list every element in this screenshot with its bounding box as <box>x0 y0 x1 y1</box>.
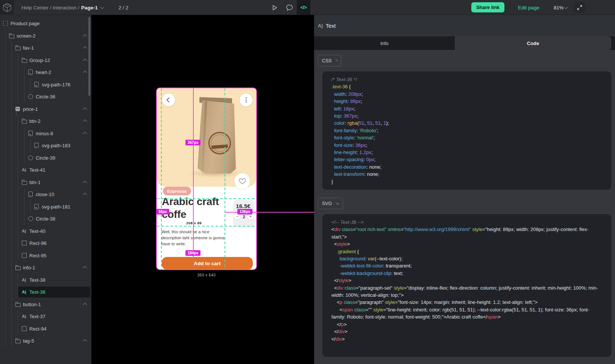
tab-info-label: Info <box>380 41 389 46</box>
layer-label: Rect-94 <box>29 326 47 331</box>
zoom-control[interactable]: 81% <box>554 0 568 15</box>
tab-info[interactable]: Info <box>314 36 455 50</box>
code-line: font-size: 36px; <box>331 142 602 149</box>
layer-row-heart-2[interactable]: heart-2 <box>0 66 91 79</box>
code-line: <style> <box>331 240 602 248</box>
breadcrumb[interactable]: Help Center / Interaction / Page-1 <box>21 0 104 15</box>
play-button[interactable] <box>269 0 281 15</box>
collapse-chevron-icon[interactable] <box>83 339 87 343</box>
collapse-chevron-icon[interactable] <box>83 132 87 136</box>
collapse-chevron-icon[interactable] <box>83 34 87 38</box>
svgfile-icon <box>28 69 33 75</box>
fullscreen-button[interactable] <box>574 2 585 13</box>
layer-row-Text-38[interactable]: A|Text-38 <box>0 274 91 286</box>
layer-row-btn-1[interactable]: btn-1 <box>0 176 91 189</box>
code-line: /* Text-36 */ <box>331 76 602 83</box>
overflow-menu-button[interactable] <box>240 94 252 106</box>
css-format-select[interactable]: CSS <box>318 55 341 66</box>
layer-row-Text-41[interactable]: A|Text-41 <box>0 164 91 176</box>
tree-indent-guide <box>18 139 18 152</box>
layer-row-close-10[interactable]: close-10 <box>0 188 91 201</box>
layer-label: svg-path-176 <box>42 82 70 87</box>
coffee-bag-image <box>192 97 236 174</box>
layer-row-info-1[interactable]: info-1 <box>0 261 91 274</box>
layers-tree: Product pagescreen-2fav-1Group-12heart-2… <box>0 17 91 347</box>
tree-indent-guide <box>11 91 12 103</box>
tree-indent-guide <box>5 201 6 213</box>
code-line: color: rgba(51, 51, 51, 1); <box>331 119 602 127</box>
category-tag[interactable]: Expresso <box>163 187 191 195</box>
css-code-block[interactable]: /* Text-36 */.text-36 { width: 208px; he… <box>322 71 611 190</box>
layer-row-Text-40[interactable]: A|Text-40 <box>0 225 91 237</box>
collapse-chevron-icon[interactable] <box>83 193 87 197</box>
measure-badge-top: 367px <box>185 140 200 145</box>
app-logo-button[interactable] <box>0 0 14 15</box>
layer-row-screen-2[interactable]: screen-2 <box>0 30 91 42</box>
code-mode-button[interactable]: </> <box>297 0 310 15</box>
tree-indent-guide <box>18 54 18 66</box>
favorite-button[interactable] <box>234 173 250 189</box>
collapse-chevron-icon[interactable] <box>83 107 87 112</box>
tree-indent-guide <box>5 30 6 42</box>
code-line: <!-- Text-36 --> <box>331 219 602 226</box>
add-to-cart-button[interactable]: Add to cart <box>162 257 253 270</box>
collapse-chevron-icon[interactable] <box>83 71 87 75</box>
tab-code[interactable]: Code <box>455 36 611 50</box>
layers-scrollbar[interactable] <box>88 17 90 96</box>
circle-icon <box>28 94 33 99</box>
tree-indent-guide <box>11 54 12 66</box>
collapse-chevron-icon[interactable] <box>83 266 87 270</box>
layer-row-Rect-96[interactable]: Rect-96 <box>0 237 91 249</box>
canvas[interactable]: Expresso Arabic craft coffe 208 x 89 16.… <box>91 15 314 364</box>
frame-icon <box>3 21 8 26</box>
svg-code-block[interactable]: <!-- Text-36 --><div class="root rich-te… <box>322 214 611 357</box>
collapse-chevron-icon[interactable] <box>83 303 87 307</box>
tree-indent-guide <box>18 201 18 213</box>
layer-row-Circle-36[interactable]: Circle-36 <box>0 91 91 103</box>
layer-row-price-1[interactable]: price-1↑ <box>0 103 91 115</box>
layer-row-Text-37[interactable]: A|Text-37 <box>0 310 91 323</box>
layer-label: screen-2 <box>17 33 36 38</box>
layer-row-Product page[interactable]: Product page <box>0 17 91 30</box>
tree-indent-guide <box>5 127 6 140</box>
tree-indent-guide <box>11 261 12 274</box>
share-link-button[interactable]: Share link <box>471 2 504 12</box>
collapse-chevron-icon[interactable] <box>83 119 87 124</box>
breadcrumb-chevron-icon[interactable] <box>100 5 104 9</box>
layer-row-tag-5[interactable]: tag-5 <box>0 335 91 347</box>
svg-format-select[interactable]: SVG <box>318 198 343 209</box>
collapse-chevron-icon[interactable] <box>83 59 87 63</box>
zoom-chevron-icon <box>564 5 568 9</box>
tree-indent-guide <box>5 237 6 249</box>
tree-indent-guide <box>11 42 12 54</box>
layer-row-minus-8[interactable]: minus-8 <box>0 127 91 140</box>
back-button[interactable] <box>162 94 175 106</box>
collapse-chevron-icon[interactable] <box>83 46 87 50</box>
tree-indent-guide <box>11 201 12 213</box>
layer-row-Rect-95[interactable]: Rect-95 <box>0 249 91 262</box>
layer-row-Circle-38[interactable]: Circle-38 <box>0 213 91 225</box>
tree-indent-guide <box>5 91 6 103</box>
app-window: Help Center / Interaction / Page-1 2 / 2… <box>0 0 615 364</box>
layer-row-btn-2[interactable]: btn-2 <box>0 115 91 127</box>
rect-icon <box>22 241 27 246</box>
comment-button[interactable] <box>283 0 295 15</box>
edit-page-link[interactable]: Edit page <box>518 0 539 15</box>
layer-row-Rect-94[interactable]: Rect-94 <box>0 323 91 335</box>
folder-icon <box>22 59 27 63</box>
code-line: <p class="paragraph" style="font-size: 1… <box>331 299 602 306</box>
layer-row-button-1[interactable]: button-1 <box>0 298 91 311</box>
layer-row-fav-1[interactable]: fav-1 <box>0 42 91 54</box>
collapse-chevron-icon[interactable] <box>83 181 87 185</box>
layer-row-svg-path-176[interactable]: svg-path-176 <box>0 79 91 91</box>
layer-label: Circle-36 <box>36 94 55 100</box>
layer-row-Text-36[interactable]: A|Text-36 <box>0 286 91 298</box>
layer-label: Group-12 <box>29 57 50 63</box>
layer-row-svg-path-181[interactable]: svg-path-181 <box>0 201 91 213</box>
tree-indent-guide <box>18 323 18 335</box>
layer-row-Circle-39[interactable]: Circle-39 <box>0 152 91 164</box>
layer-row-svg-path-183[interactable]: svg-path-183 <box>0 139 91 152</box>
code-line: <div class="root rich-text" xmlns="http:… <box>331 226 602 240</box>
layer-row-Group-12[interactable]: Group-12 <box>0 54 91 66</box>
artboard-product-card[interactable]: Expresso Arabic craft coffe 208 x 89 16.… <box>156 88 257 270</box>
